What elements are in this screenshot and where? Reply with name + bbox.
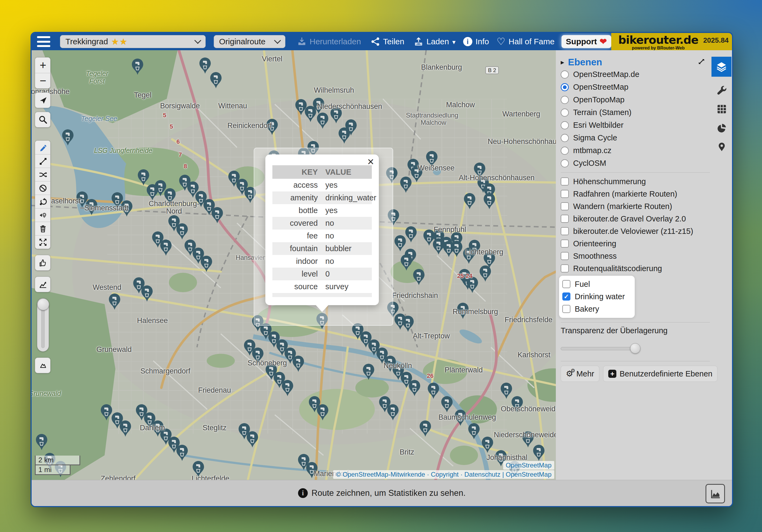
transparency-knob[interactable] bbox=[630, 343, 641, 354]
overlay-label: bikerouter.de Veloviewer (z11-z15) bbox=[573, 227, 693, 236]
poi-overlay-option[interactable]: Bakery bbox=[562, 303, 635, 315]
zoom-in-button[interactable]: + bbox=[35, 57, 50, 73]
elevation-chart-button[interactable] bbox=[706, 484, 725, 503]
layers-tab[interactable] bbox=[712, 57, 731, 77]
checkbox-icon[interactable] bbox=[561, 264, 569, 273]
base-layer-option[interactable]: Terrain (Stamen) bbox=[561, 106, 710, 119]
app-window: Trekkingrad ★★ Originalroute Herunterlad… bbox=[31, 32, 733, 507]
checkbox-icon[interactable] bbox=[561, 252, 569, 260]
base-layer-option[interactable]: OpenStreetMap.de bbox=[561, 68, 710, 81]
overlay-label: Orienteering bbox=[573, 239, 616, 248]
load-label: Laden bbox=[426, 37, 449, 46]
base-layer-option[interactable]: CyclOSM bbox=[561, 157, 710, 169]
overlay-option[interactable]: Wandern (markierte Routen) bbox=[561, 200, 710, 213]
route-variant-select[interactable]: Originalroute bbox=[214, 35, 285, 48]
poi-overlay-option[interactable]: Fuel bbox=[562, 278, 635, 290]
poi-tab[interactable] bbox=[716, 141, 728, 153]
transparency-slider[interactable] bbox=[561, 343, 638, 353]
radio-icon[interactable] bbox=[561, 159, 569, 167]
download-label: Herunterladen bbox=[310, 37, 361, 46]
checkbox-icon[interactable] bbox=[561, 177, 569, 185]
map[interactable]: ViertelBlankenburgWittenauWilhelmsruhNie… bbox=[32, 50, 556, 480]
route-segment-button[interactable] bbox=[35, 154, 50, 168]
analysis-tab[interactable] bbox=[716, 122, 728, 134]
custom-layers-button[interactable]: + Benutzerdefinierte Ebenen bbox=[603, 366, 718, 382]
overlay-option[interactable]: Orienteering bbox=[561, 237, 710, 250]
support-button[interactable]: Support ❤ bbox=[562, 35, 611, 48]
delete-button[interactable] bbox=[35, 222, 50, 235]
share-label: Teilen bbox=[383, 37, 404, 46]
base-layer-option[interactable]: OpenStreetMap bbox=[561, 81, 710, 94]
clipped-table-row bbox=[272, 293, 372, 297]
checkbox-icon[interactable] bbox=[562, 293, 571, 300]
overlay-option[interactable]: Routenqualitätscodierung bbox=[561, 262, 710, 275]
radio-icon[interactable] bbox=[561, 71, 569, 79]
radio-icon[interactable] bbox=[561, 121, 569, 129]
profile-editor-tab[interactable] bbox=[716, 84, 728, 96]
draw-route-button[interactable] bbox=[35, 141, 50, 154]
menu-icon[interactable] bbox=[37, 35, 50, 48]
approve-button[interactable] bbox=[35, 255, 50, 270]
roundtrip-button[interactable] bbox=[35, 195, 50, 208]
radio-icon[interactable] bbox=[561, 147, 569, 155]
popup-table-header: KEY VALUE bbox=[272, 165, 372, 179]
info-button[interactable]: Info bbox=[463, 37, 489, 46]
tag-key: fountain bbox=[272, 244, 325, 253]
slider-track bbox=[561, 347, 638, 350]
zoom-out-button[interactable]: − bbox=[35, 73, 50, 88]
base-layer-option[interactable]: mtbmap.cz bbox=[561, 144, 710, 157]
checkbox-icon[interactable] bbox=[561, 190, 569, 198]
overlay-option[interactable]: bikerouter.de Veloviewer (z11-z15) bbox=[561, 225, 710, 237]
overlay-option[interactable]: bikerouter.de Gravel Overlay 2.0 bbox=[561, 213, 710, 225]
popup-table-row: indoor no bbox=[272, 255, 372, 268]
expand-panel-icon[interactable] bbox=[697, 57, 706, 67]
tag-key: amenity bbox=[272, 193, 325, 202]
chart-icon bbox=[38, 280, 47, 289]
attribution-links[interactable]: © OpenStreetMap-Mitwirkende · Copyright … bbox=[333, 470, 554, 479]
checkbox-icon[interactable] bbox=[561, 227, 569, 235]
shuffle-icon bbox=[38, 170, 47, 179]
overlay-option[interactable]: Smoothness bbox=[561, 250, 710, 262]
exaggeration-slider[interactable] bbox=[37, 298, 49, 352]
terrain-button[interactable] bbox=[35, 358, 50, 373]
base-layer-option[interactable]: OpenTopoMap bbox=[561, 94, 710, 106]
base-layer-option[interactable]: Esri Weltbilder bbox=[561, 119, 710, 132]
radio-icon[interactable] bbox=[561, 134, 569, 142]
share-button[interactable]: Teilen bbox=[371, 37, 404, 46]
gears-icon: ⚙⚙ bbox=[566, 370, 573, 378]
checkbox-icon[interactable] bbox=[561, 239, 569, 248]
checkbox-icon[interactable] bbox=[561, 202, 569, 210]
attribution-link[interactable]: OpenStreetMap bbox=[503, 461, 554, 470]
radio-icon[interactable] bbox=[561, 108, 569, 117]
radio-icon[interactable] bbox=[561, 96, 569, 104]
locate-button[interactable] bbox=[35, 93, 50, 108]
radio-icon[interactable] bbox=[561, 83, 569, 91]
poi-overlay-option[interactable]: Drinking water bbox=[562, 290, 635, 303]
close-icon[interactable]: × bbox=[367, 155, 374, 168]
poi-overlay-box: Fuel Drinking water Bakery bbox=[559, 276, 635, 318]
disclosure-icon[interactable] bbox=[561, 58, 564, 66]
poi-back-button[interactable] bbox=[35, 208, 50, 222]
trash-icon bbox=[38, 225, 47, 233]
base-layer-label: CyclOSM bbox=[573, 159, 606, 168]
no-go-button[interactable] bbox=[35, 181, 50, 195]
base-layer-option[interactable]: Sigma Cycle bbox=[561, 132, 710, 144]
download-button[interactable]: Herunterladen bbox=[297, 37, 361, 46]
expand-route-button[interactable] bbox=[35, 235, 50, 249]
data-table-tab[interactable] bbox=[716, 103, 728, 115]
overlay-option[interactable]: Radfahren (markierte Routen) bbox=[561, 188, 710, 200]
search-button[interactable] bbox=[35, 112, 50, 127]
statistics-button[interactable] bbox=[35, 277, 50, 292]
map-scale: 2 km 1 mi bbox=[35, 456, 80, 475]
shuffle-button[interactable] bbox=[35, 168, 50, 181]
checkbox-icon[interactable] bbox=[562, 305, 571, 313]
hall-of-fame-button[interactable]: ♡ Hall of Fame bbox=[496, 37, 555, 46]
overlay-option[interactable]: Höhenschummerung bbox=[561, 175, 710, 188]
more-button[interactable]: ⚙⚙ Mehr bbox=[561, 366, 599, 382]
slider-knob[interactable] bbox=[37, 299, 49, 310]
checkbox-icon[interactable] bbox=[562, 280, 571, 288]
checkbox-icon[interactable] bbox=[561, 215, 569, 223]
red-heart-icon: ❤ bbox=[600, 36, 607, 47]
load-button[interactable]: Laden bbox=[414, 37, 455, 46]
routing-profile-select[interactable]: Trekkingrad ★★ bbox=[60, 35, 205, 48]
